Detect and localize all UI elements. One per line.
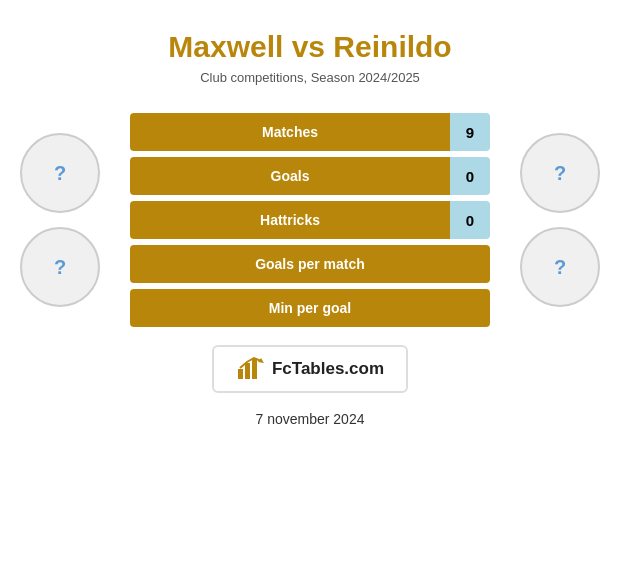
stat-row-matches: Matches 9 <box>130 113 490 151</box>
avatar-left-bottom: ? <box>20 227 100 307</box>
stat-label-hattricks: Hattricks <box>130 201 450 239</box>
date-text: 7 november 2024 <box>256 411 365 427</box>
logo-box: FcTables.com <box>212 345 408 393</box>
stat-label-matches: Matches <box>130 113 450 151</box>
avatar-right-top: ? <box>520 133 600 213</box>
stat-label-goals-per-match: Goals per match <box>130 245 490 283</box>
stat-row-goals-per-match: Goals per match <box>130 245 490 283</box>
logo-text: FcTables.com <box>272 359 384 379</box>
avatar-right-bottom: ? <box>520 227 600 307</box>
chart-icon <box>236 355 264 383</box>
stat-value-goals: 0 <box>450 157 490 195</box>
stat-label-goals: Goals <box>130 157 450 195</box>
stat-row-hattricks: Hattricks 0 <box>130 201 490 239</box>
stat-row-goals: Goals 0 <box>130 157 490 195</box>
svg-rect-1 <box>245 363 250 379</box>
stats-rows: Matches 9 Goals 0 Hattricks 0 Goals per … <box>130 113 490 327</box>
logo-section: FcTables.com <box>212 345 408 393</box>
svg-rect-2 <box>252 359 257 379</box>
stat-value-hattricks: 0 <box>450 201 490 239</box>
page-subtitle: Club competitions, Season 2024/2025 <box>200 70 420 85</box>
avatar-left-top: ? <box>20 133 100 213</box>
page-title: Maxwell vs Reinildo <box>168 30 451 64</box>
svg-rect-0 <box>238 369 243 379</box>
stat-value-matches: 9 <box>450 113 490 151</box>
left-player-avatars: ? ? <box>20 133 100 307</box>
right-player-avatars: ? ? <box>520 133 600 307</box>
stat-row-min-per-goal: Min per goal <box>130 289 490 327</box>
page-container: Maxwell vs Reinildo Club competitions, S… <box>0 0 620 580</box>
stat-label-min-per-goal: Min per goal <box>130 289 490 327</box>
